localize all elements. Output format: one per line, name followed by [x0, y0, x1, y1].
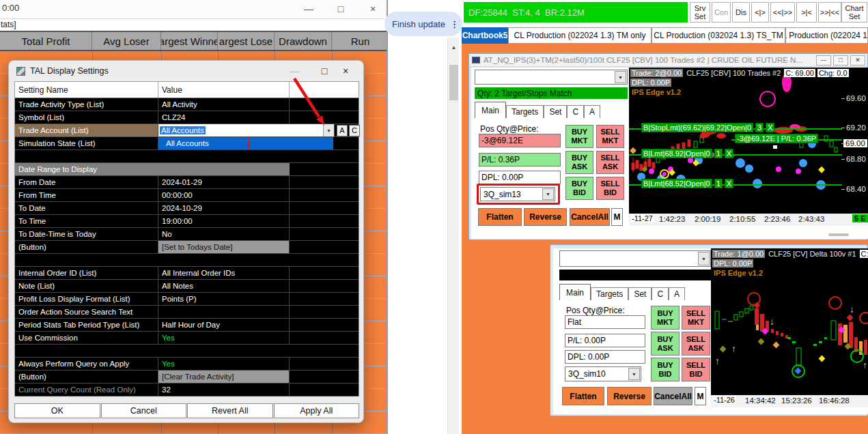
buy-button[interactable]: BUY MKT: [565, 125, 593, 148]
date-label: -11-26: [712, 396, 736, 404]
tab-main[interactable]: Main: [475, 102, 506, 118]
nav-far-left-button[interactable]: <<|>>: [770, 2, 795, 23]
buy-button[interactable]: BUY MKT: [651, 306, 680, 330]
close-icon[interactable]: ×: [363, 1, 383, 16]
buy-button[interactable]: BUY BID: [565, 177, 593, 200]
chevron-down-icon[interactable]: ▼: [628, 368, 640, 380]
window1-titlebar[interactable]: AT_NQ_IPS(3)+TM(2+last50)/100t CLF25 [CB…: [469, 54, 867, 67]
tab-a[interactable]: A: [584, 105, 600, 118]
tab-cl-production-022024-1-3-[interactable]: CL Production (022024 1.3): [785, 27, 868, 44]
position-field[interactable]: Flat: [565, 315, 645, 329]
sell-button[interactable]: SELL MKT: [682, 306, 710, 330]
window1-close-icon[interactable]: ✕: [850, 55, 865, 66]
tab-set[interactable]: Set: [628, 287, 652, 300]
setting-action-button[interactable]: [Clear Trade Activity]: [158, 371, 290, 383]
finish-update-button[interactable]: Finish update ⋮: [384, 12, 462, 36]
order-cancel-icon[interactable]: X: [725, 179, 733, 188]
tab-set[interactable]: Set: [544, 105, 567, 118]
apply-all-button[interactable]: Apply All: [274, 403, 360, 418]
strategy-combo-1[interactable]: ▼: [475, 70, 628, 85]
dpl-field[interactable]: DPL: 0.00P: [565, 350, 645, 364]
scroll-up-icon[interactable]: ▲: [448, 43, 460, 53]
order-cancel-icon[interactable]: X: [766, 123, 774, 132]
setting-name: Use Commission: [15, 332, 158, 344]
time-tick-label: 2:10:55: [729, 215, 755, 223]
cancel-button[interactable]: Cancel: [101, 403, 187, 418]
srv-set-button[interactable]: Srv Set: [690, 2, 710, 23]
dropdown-open-item[interactable]: All Accounts: [158, 137, 333, 149]
pl-field[interactable]: P/L: 0.00P: [565, 334, 645, 347]
strategy-combo-2[interactable]: ▼: [559, 250, 711, 267]
buy-button[interactable]: BUY ASK: [565, 151, 593, 174]
stats-column-header: Total Profit: [0, 32, 92, 50]
tab-a[interactable]: A: [669, 287, 685, 300]
window1-icon: [472, 57, 480, 63]
dpl-field[interactable]: DPL: 0.00P: [479, 171, 561, 184]
manual-button[interactable]: M: [695, 387, 706, 405]
connect-button[interactable]: Con: [712, 2, 731, 23]
manual-button[interactable]: M: [611, 208, 623, 226]
tab-cl-production-022024-1-3-tm-only[interactable]: CL Production (022024 1.3) TM only: [508, 27, 652, 44]
setting-value: 19:00:00: [158, 215, 290, 227]
cancel-all-button[interactable]: CancelAll: [570, 208, 610, 226]
buy-button[interactable]: BUY ASK: [651, 332, 680, 356]
menu-bar: tats]: [0, 18, 387, 31]
setting-name: (Button): [15, 241, 158, 253]
dialog-row: Order Action Source Search Text: [15, 306, 359, 319]
column-config-button[interactable]: C: [349, 125, 360, 136]
sell-button[interactable]: SELL MKT: [596, 125, 624, 148]
account-combo-2[interactable]: 3Q_sim10 ▼: [565, 366, 641, 381]
chevron-down-icon[interactable]: ▼: [698, 252, 710, 265]
tab-c[interactable]: C: [652, 287, 669, 300]
nav-left-button[interactable]: <|>: [751, 2, 769, 23]
stats-column-header: Run: [332, 32, 387, 50]
cancel-all-button[interactable]: CancelAll: [654, 387, 692, 405]
ok-button[interactable]: OK: [14, 403, 100, 418]
nav-right-button[interactable]: >|<: [796, 2, 817, 23]
setting-value: 00:00:00: [158, 189, 290, 201]
sell-button[interactable]: SELL BID: [596, 177, 624, 200]
time-tick-label: 2:00:19: [695, 215, 720, 223]
flatten-button[interactable]: Flatten: [478, 208, 522, 226]
window1-minimize-icon[interactable]: —: [816, 55, 831, 66]
position-field[interactable]: -3@69.12E: [479, 134, 561, 147]
setting-name: Note (List): [15, 280, 158, 292]
maximize-icon[interactable]: □: [331, 1, 351, 16]
tab-targets[interactable]: Targets: [506, 105, 544, 118]
nav-far-right-button[interactable]: >>|<<: [818, 2, 841, 23]
dialog-row: From Date2024-01-29: [15, 176, 359, 189]
buy-button[interactable]: BUY BID: [651, 358, 680, 381]
tab-targets[interactable]: Targets: [591, 287, 628, 300]
flatten-button[interactable]: Flatten: [562, 387, 604, 405]
chevron-down-icon[interactable]: ▼: [615, 71, 626, 83]
sell-button[interactable]: SELL BID: [682, 358, 710, 381]
sell-button[interactable]: SELL ASK: [596, 151, 624, 174]
axis-tick: [841, 98, 845, 99]
order-cancel-icon[interactable]: X: [725, 149, 733, 158]
reverse-button[interactable]: Reverse: [607, 387, 652, 405]
window1-restore-icon[interactable]: □: [833, 55, 848, 66]
reverse-button[interactable]: Reverse: [524, 208, 567, 226]
setting-name: Internal Order ID (List): [15, 267, 158, 279]
session-badge: 5 E: [852, 214, 868, 222]
side-buttons: AC: [337, 124, 360, 136]
scrollbar-thumb[interactable]: [449, 65, 458, 100]
disconnect-button[interactable]: Dis: [732, 2, 750, 23]
kebab-menu-icon[interactable]: ⋮: [450, 19, 459, 29]
tab-cl-production-032024-1-3-ts-tm[interactable]: CL Production (032024 1.3) TS_TM: [652, 27, 785, 44]
tab-chartbook5[interactable]: Chartbook5: [462, 27, 508, 44]
minimize-icon[interactable]: —: [298, 1, 319, 16]
tab-c[interactable]: C: [567, 105, 584, 118]
sell-button[interactable]: SELL ASK: [682, 332, 710, 356]
chart-set-button[interactable]: Chart Set: [841, 2, 867, 23]
column-header-setting: Setting Name: [15, 82, 158, 98]
setting-action-button[interactable]: [Set to Todays Date]: [158, 241, 290, 253]
stats-column-header: Avg Loser: [92, 32, 161, 50]
revert-all-button[interactable]: Revert All: [187, 403, 273, 418]
hscroll-thumb[interactable]: [828, 233, 849, 236]
column-config-button[interactable]: A: [337, 125, 348, 136]
pl-field[interactable]: P/L: 0.36P: [479, 153, 561, 167]
vertical-scrollbar[interactable]: ▲: [447, 38, 459, 434]
dialog-close-icon[interactable]: ×: [333, 63, 358, 78]
tab-main[interactable]: Main: [559, 284, 591, 300]
